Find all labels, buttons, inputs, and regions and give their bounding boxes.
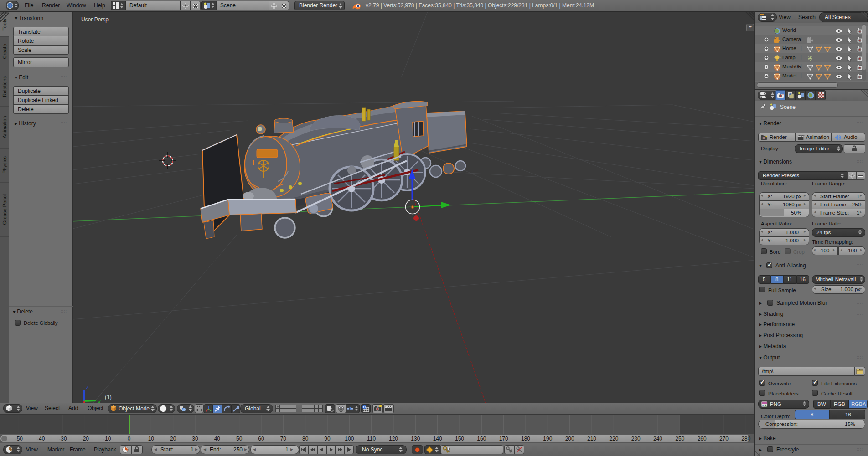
svg-text:z: z [86,384,89,390]
svg-text:i: i [9,3,10,8]
